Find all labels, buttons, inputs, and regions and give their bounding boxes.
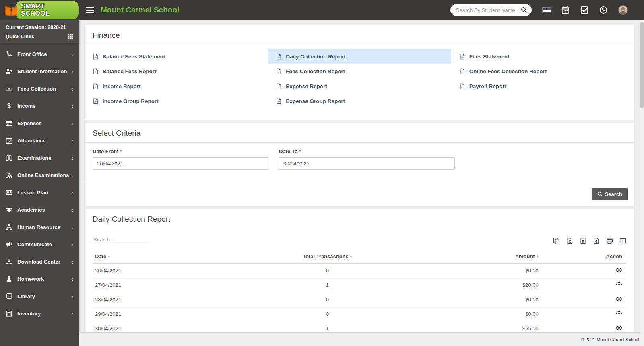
bullhorn-icon (6, 241, 12, 248)
sidebar-item-fees-collection[interactable]: Fees Collection‹ (0, 80, 79, 97)
column-header-amount[interactable]: Amount▾ (402, 250, 541, 264)
print-export-icon[interactable] (606, 237, 613, 244)
doc-icon (276, 54, 282, 60)
daily-collection-table: Date▾Total Transactions▾Amount▾Action 26… (93, 250, 626, 332)
user-avatar[interactable] (618, 5, 628, 15)
sidebar-item-label: Front Office (17, 51, 71, 57)
sort-caret-icon: ▾ (350, 255, 352, 259)
columns-export-icon[interactable] (619, 237, 626, 244)
doc-icon (276, 68, 282, 74)
sitemap-icon (6, 224, 12, 231)
quick-links-label: Quick Links (6, 34, 34, 39)
sidebar-item-human-resource[interactable]: Human Resource‹ (0, 218, 79, 236)
sidebar-item-label: Inventory (17, 311, 71, 317)
doc-icon (93, 68, 99, 74)
csv-export-icon[interactable] (580, 237, 586, 244)
finance-title: Finance (85, 25, 634, 45)
book-icon (6, 293, 12, 300)
sidebar-item-communicate[interactable]: Communicate‹ (0, 236, 79, 253)
view-eye-icon[interactable] (616, 281, 622, 288)
finance-link-expense-report[interactable]: Expense Report (268, 79, 451, 94)
language-flag-icon[interactable] (543, 8, 551, 13)
search-button[interactable]: Search (592, 188, 628, 200)
sidebar-item-income[interactable]: $Income‹ (0, 97, 79, 115)
sidebar-item-inventory[interactable]: Inventory‹ (0, 305, 79, 322)
chevron-left-icon: ‹ (71, 295, 73, 299)
date-from-input[interactable] (93, 157, 268, 170)
chevron-left-icon: ‹ (71, 277, 73, 281)
page-scrollbar[interactable] (640, 20, 644, 346)
finance-link-payroll-report[interactable]: Payroll Report (451, 79, 634, 94)
excel-export-icon[interactable]: X (566, 237, 573, 244)
sidebar-item-label: Communicate (17, 241, 71, 247)
sidebar-item-examinations[interactable]: Examinations‹ (0, 149, 79, 167)
sidebar-item-library[interactable]: Library‹ (0, 288, 79, 305)
view-eye-icon[interactable] (616, 310, 622, 317)
cell-action (541, 321, 626, 333)
finance-link-fees-statement[interactable]: Fees Statement (451, 49, 634, 64)
sidebar-item-attendance[interactable]: Attendance‹ (0, 132, 79, 149)
sidebar-item-homework[interactable]: Homework‹ (0, 270, 79, 288)
app-logo[interactable]: SMART SCHOOL (0, 0, 79, 20)
view-eye-icon[interactable] (616, 325, 622, 331)
pdf-export-icon[interactable] (593, 237, 600, 244)
sidebar-item-academics[interactable]: Academics‹ (0, 201, 79, 218)
view-eye-icon[interactable] (616, 296, 622, 302)
sidebar-item-front-office[interactable]: Front Office‹ (0, 45, 79, 63)
cell-date: 28/04/2021 (93, 292, 253, 307)
chevron-left-icon: ‹ (71, 70, 73, 74)
logo-book-icon (5, 4, 18, 16)
cell-action (541, 292, 626, 307)
sidebar-item-label: Income (17, 103, 71, 109)
sort-caret-icon: ▾ (537, 255, 539, 259)
finance-link-online-fees-collection-report[interactable]: Online Fees Collection Report (451, 64, 634, 79)
date-to-input[interactable] (279, 157, 455, 170)
doc-icon (459, 54, 465, 60)
finance-link-fees-collection-report[interactable]: Fees Collection Report (268, 64, 451, 79)
date-from-label: Date From* (93, 148, 268, 154)
sidebar-item-expenses[interactable]: Expenses‹ (0, 115, 79, 132)
search-icon (597, 192, 603, 197)
sidebar-item-download-center[interactable]: Download Center‹ (0, 253, 79, 270)
sidebar-item-label: Expenses (17, 120, 71, 126)
svg-text:$: $ (7, 103, 11, 109)
chevron-left-icon: ‹ (71, 191, 73, 195)
student-search-input[interactable] (456, 7, 520, 13)
finance-link-label: Fees Statement (469, 54, 510, 60)
scrollbar-thumb[interactable] (640, 22, 644, 108)
finance-link-income-group-report[interactable]: Income Group Report (85, 94, 268, 109)
rss-icon (6, 172, 12, 179)
finance-link-label: Payroll Report (469, 83, 506, 89)
sidebar-item-label: Student Information (17, 68, 71, 74)
quick-links[interactable]: Quick Links (6, 33, 73, 39)
school-title: Mount Carmel School (101, 6, 179, 14)
sidebar-item-lesson-plan[interactable]: Lesson Plan‹ (0, 184, 79, 201)
doc-icon (93, 98, 99, 104)
whatsapp-icon[interactable] (599, 6, 607, 14)
sidebar-item-student-information[interactable]: Student Information‹ (0, 63, 79, 80)
task-check-icon[interactable] (580, 6, 588, 14)
column-header-date[interactable]: Date▾ (93, 250, 253, 264)
search-icon[interactable] (521, 7, 527, 13)
hamburger-menu-icon[interactable] (86, 7, 94, 13)
doc-icon (276, 83, 282, 89)
table-row: 30/04/20211$55.00 (93, 321, 626, 333)
cell-date: 26/04/2021 (93, 264, 253, 278)
doc-icon (276, 98, 282, 104)
finance-link-balance-fees-report[interactable]: Balance Fees Report (85, 64, 268, 79)
flask-icon (6, 276, 12, 282)
calendar-icon[interactable] (561, 6, 570, 14)
finance-link-daily-collection-report[interactable]: Daily Collection Report (268, 49, 451, 64)
view-eye-icon[interactable] (616, 267, 622, 273)
sidebar-item-label: Lesson Plan (17, 189, 71, 196)
doc-icon (93, 83, 99, 89)
sidebar-item-online-examinations[interactable]: Online Examinations‹ (0, 167, 79, 184)
credit-card-icon (6, 120, 12, 127)
cube-icon (6, 310, 12, 317)
finance-link-expense-group-report[interactable]: Expense Group Report (268, 94, 451, 109)
table-search-input[interactable] (93, 235, 150, 244)
copy-export-icon[interactable] (553, 237, 560, 244)
finance-link-balance-fees-statement[interactable]: Balance Fees Statement (85, 49, 268, 64)
column-header-total-transactions[interactable]: Total Transactions▾ (253, 250, 402, 264)
finance-link-income-report[interactable]: Income Report (85, 79, 268, 94)
